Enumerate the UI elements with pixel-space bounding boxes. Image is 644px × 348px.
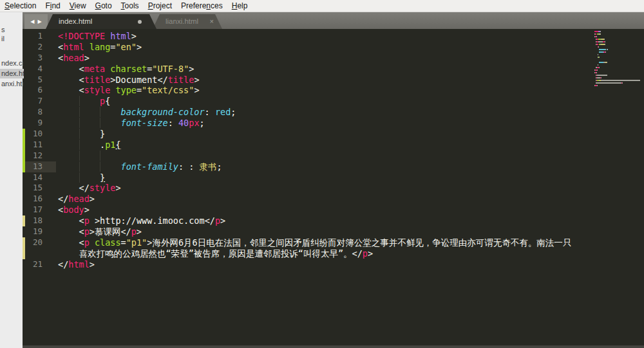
tab-lianxi-html[interactable]: lianxi.html × — [153, 14, 222, 29]
line-number[interactable]: 1 — [25, 31, 43, 42]
tab-close-icon[interactable]: × — [210, 14, 214, 29]
code-token: 隶书 — [199, 161, 216, 172]
code-token: charset — [110, 64, 147, 74]
line-number[interactable]: 16 — [25, 194, 43, 205]
code-token: : — [184, 161, 199, 172]
line-number[interactable] — [25, 248, 43, 259]
code-token: : — [168, 118, 173, 128]
menu-item-find[interactable]: Find — [41, 1, 64, 10]
code-token — [58, 172, 79, 183]
menu-item-project[interactable]: Project — [144, 1, 176, 10]
line-number[interactable]: 6 — [25, 85, 43, 96]
code-token — [58, 118, 79, 128]
code-token: <!DOCTYPE — [58, 31, 105, 41]
line-number[interactable]: 21 — [25, 259, 43, 270]
line-number[interactable]: 3 — [25, 53, 43, 64]
code-line[interactable]: 1<!DOCTYPE html> — [23, 31, 644, 42]
code-line[interactable]: 20 <p class="p1">海外网6月6日电在法国，邻里之间因矛盾纠纷而对… — [23, 237, 644, 248]
code-token — [173, 118, 178, 128]
code-line[interactable]: 15 </style> — [23, 183, 644, 194]
line-number[interactable]: 12 — [25, 151, 43, 161]
code-token: html — [110, 31, 131, 41]
sidebar-item[interactable]: anxi.htm — [0, 79, 24, 89]
code-line[interactable]: 12 — [23, 151, 644, 161]
code-text: <head> — [43, 53, 90, 64]
menu-item-tools[interactable]: Tools — [117, 1, 144, 10]
code-token: p — [84, 215, 90, 226]
line-number[interactable]: 17 — [25, 205, 43, 215]
line-number[interactable]: 11 — [25, 140, 43, 151]
code-line[interactable]: 7 p{ — [23, 96, 644, 107]
line-number[interactable]: 7 — [25, 96, 43, 107]
line-number[interactable]: 9 — [25, 118, 43, 129]
code-line[interactable]: 17<body> — [23, 205, 644, 215]
menu-item-goto[interactable]: Goto — [91, 1, 117, 10]
menu-item-selection[interactable]: Selection — [0, 1, 41, 10]
line-number[interactable]: 4 — [25, 64, 43, 75]
code-text: <p>慕课网</p> — [43, 226, 142, 237]
minimap[interactable] — [594, 30, 642, 87]
code-token: </ — [205, 215, 215, 226]
minimap-segment — [596, 82, 621, 84]
line-number[interactable]: 14 — [25, 172, 43, 183]
code-line[interactable]: 14 } — [23, 172, 644, 183]
code-line[interactable]: 18 <p >http://www.imooc.com</p> — [23, 215, 644, 226]
code-token: p — [100, 96, 105, 106]
code-line[interactable]: 10 } — [23, 129, 644, 140]
code-text: <p >http://www.imooc.com</p> — [43, 215, 225, 226]
code-token: > — [90, 226, 95, 237]
code-line[interactable]: 13 font-family: : 隶书; — [23, 161, 644, 172]
code-token: 慕课网 — [95, 226, 121, 237]
line-number[interactable]: 20 — [25, 237, 43, 248]
sidebar-item[interactable]: ndex.css — [0, 59, 24, 68]
nav-back-icon[interactable]: ◀ — [30, 19, 34, 24]
code-text: font-family: : 隶书; — [43, 161, 222, 172]
code-token: type — [115, 85, 137, 95]
sidebar-item[interactable]: il — [0, 34, 24, 44]
code-token — [58, 96, 79, 106]
code-line[interactable]: 21</html> — [23, 259, 644, 270]
code-editor[interactable]: 1<!DOCTYPE html>2<html lang="en">3<head>… — [23, 29, 644, 345]
code-token — [79, 118, 100, 128]
code-token — [210, 107, 215, 117]
code-line[interactable]: 5 <title>Document</title> — [23, 75, 644, 86]
line-number[interactable]: 2 — [25, 42, 43, 53]
sidebar-item[interactable]: ndex.htm — [0, 69, 24, 78]
code-token: = — [121, 237, 126, 248]
code-token — [58, 215, 79, 226]
code-text: font-size: 40px; — [43, 118, 205, 129]
code-line[interactable]: 6 <style type="text/css"> — [23, 85, 644, 96]
code-line[interactable]: 9 font-size: 40px; — [23, 118, 644, 129]
sidebar-item[interactable]: s — [0, 25, 24, 35]
code-token: Document — [115, 75, 157, 85]
menu-item-view[interactable]: View — [65, 1, 91, 10]
line-number[interactable]: 19 — [25, 226, 43, 237]
code-line[interactable]: 3<head> — [23, 53, 644, 64]
code-line[interactable]: 2<html lang="en"> — [23, 42, 644, 53]
code-token: > — [220, 215, 225, 226]
code-line[interactable]: 11 .p1{ — [23, 140, 644, 151]
code-token — [79, 96, 100, 106]
code-token: title — [168, 75, 194, 85]
code-text: </style> — [43, 183, 121, 194]
code-line[interactable]: 16</head> — [23, 194, 644, 205]
line-number[interactable]: 18 — [25, 215, 43, 226]
code-token: p — [84, 237, 90, 248]
code-line[interactable]: 8 background-color: red; — [23, 107, 644, 118]
nav-forward-icon[interactable]: ▶ — [38, 19, 42, 24]
code-line[interactable]: 19 <p>慕课网</p> — [23, 226, 644, 237]
line-number[interactable]: 10 — [25, 129, 43, 140]
code-token: 40 — [178, 118, 189, 128]
code-token: > — [368, 248, 373, 259]
tab-index-html[interactable]: index.html — [46, 14, 156, 29]
line-number[interactable]: 8 — [25, 107, 43, 118]
menu-item-preferences[interactable]: Preferences — [176, 1, 227, 10]
line-number[interactable]: 13 — [25, 161, 43, 172]
menu-item-help[interactable]: Help — [227, 1, 252, 10]
line-number[interactable]: 15 — [25, 183, 43, 194]
line-number[interactable]: 5 — [25, 75, 43, 86]
code-text: p{ — [43, 96, 110, 107]
code-token: background-color — [121, 107, 205, 117]
code-line[interactable]: 4 <meta charset="UTF-8"> — [23, 64, 644, 75]
code-line[interactable]: 喜欢打鸣的公鸡居然也“荣登”被告席，原因是遭邻居投诉“叫得太早”。</p> — [23, 248, 644, 259]
